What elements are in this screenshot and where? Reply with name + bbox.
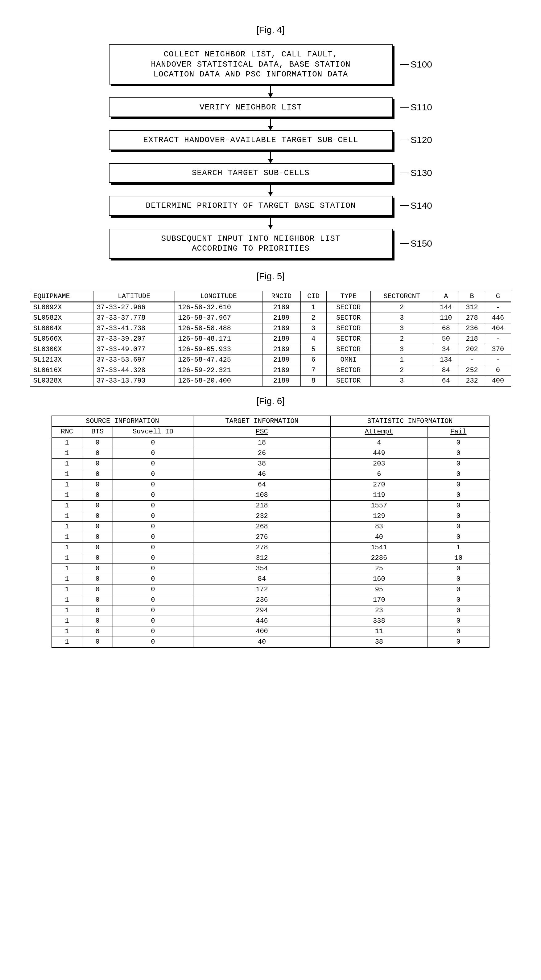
table-cell: 278 xyxy=(459,313,485,323)
table-cell: 0 xyxy=(82,595,113,605)
table-cell: 0 xyxy=(82,458,113,469)
table-cell: 3 xyxy=(371,344,433,355)
table-cell: 0 xyxy=(82,563,113,574)
flowchart-fig4: COLLECT NEIGHBOR LIST, CALL FAULT, HANDO… xyxy=(101,45,440,259)
table-cell: 0 xyxy=(82,479,113,490)
table-header: B xyxy=(459,291,485,302)
table-row: 100382030 xyxy=(52,458,490,469)
table-cell: 129 xyxy=(330,511,428,521)
table-cell: 64 xyxy=(433,375,459,386)
table-cell: 0 xyxy=(428,626,490,636)
table-row: 1004660 xyxy=(52,469,490,479)
table-cell: 26 xyxy=(193,448,330,458)
table-row: 100294230 xyxy=(52,605,490,616)
table-cell: 0 xyxy=(428,584,490,595)
flow-arrow-icon xyxy=(270,117,271,130)
table-cell: 0 xyxy=(82,542,113,553)
table-cell: 4 xyxy=(300,334,326,344)
table-cell: 0 xyxy=(428,616,490,626)
table-header: LONGITUDE xyxy=(175,291,262,302)
table-cell: 144 xyxy=(433,302,459,313)
table-cell: 0 xyxy=(113,437,193,448)
table-cell: 126-58-20.400 xyxy=(175,375,262,386)
table-cell: 338 xyxy=(330,616,428,626)
flow-arrow-icon xyxy=(270,216,271,229)
table-cell: 0 xyxy=(113,521,193,532)
table-header: TYPE xyxy=(326,291,370,302)
table-cell: 400 xyxy=(485,375,511,386)
table-cell: 110 xyxy=(433,313,459,323)
table-cell: - xyxy=(485,302,511,313)
table-cell: 449 xyxy=(330,448,428,458)
table-cell: SL0616X xyxy=(30,365,93,375)
table-cell: 0 xyxy=(428,437,490,448)
table-row: 100172950 xyxy=(52,584,490,595)
table-cell: 37-33-37.778 xyxy=(93,313,175,323)
table-cell: 0 xyxy=(428,595,490,605)
table-cell: 3 xyxy=(371,375,433,386)
table-cell: 126-59-05.933 xyxy=(175,344,262,355)
table-row: 100264490 xyxy=(52,448,490,458)
table-header: LATITUDE xyxy=(93,291,175,302)
table-cell: 84 xyxy=(193,574,330,584)
table-header: CID xyxy=(300,291,326,302)
table-cell: 37-33-13.793 xyxy=(93,375,175,386)
table-cell: 126-58-32.610 xyxy=(175,302,262,313)
table-cell: 1 xyxy=(52,437,82,448)
table-header: Suvcell ID xyxy=(113,426,193,437)
table-row: 1004463380 xyxy=(52,616,490,626)
table-header: EQUIPNAME xyxy=(30,291,93,302)
flow-arrow-icon xyxy=(270,84,271,97)
table-header: G xyxy=(485,291,511,302)
table-row: SL0300X37-33-49.077126-59-05.93321895SEC… xyxy=(30,344,511,355)
table-cell: 0 xyxy=(428,521,490,532)
table-cell: 0 xyxy=(82,437,113,448)
table-row: 1001840 xyxy=(52,437,490,448)
table-cell: SL0004X xyxy=(30,323,93,334)
table-cell: 1 xyxy=(52,521,82,532)
table-cell: 8 xyxy=(300,375,326,386)
table-cell: 2 xyxy=(371,302,433,313)
table-cell: - xyxy=(485,355,511,365)
table-group-header: SOURCE INFORMATION xyxy=(52,416,193,426)
table-cell: 1 xyxy=(52,511,82,521)
table-cell: 160 xyxy=(330,574,428,584)
table-cell: OMNI xyxy=(326,355,370,365)
table-cell: 0 xyxy=(113,636,193,648)
table-cell: 0 xyxy=(428,511,490,521)
table-row: 10040380 xyxy=(52,636,490,648)
table-cell: SECTOR xyxy=(326,334,370,344)
table-cell: 0 xyxy=(113,448,193,458)
table-cell: 1 xyxy=(52,563,82,574)
flow-arrow-icon xyxy=(270,183,271,196)
table-cell: 2189 xyxy=(262,334,300,344)
table-cell: 0 xyxy=(113,595,193,605)
table-cell: 270 xyxy=(330,479,428,490)
table-group-header: STATISTIC INFORMATION xyxy=(330,416,490,426)
table-cell: 0 xyxy=(113,563,193,574)
table-cell: 404 xyxy=(485,323,511,334)
table-row: SL1213X37-33-53.697126-58-47.42521896OMN… xyxy=(30,355,511,365)
table-cell: 202 xyxy=(459,344,485,355)
table-cell: 218 xyxy=(193,500,330,511)
table-cell: 1 xyxy=(52,553,82,563)
table-cell: SECTOR xyxy=(326,313,370,323)
figure-5-label: [Fig. 5] xyxy=(25,271,516,282)
table-cell: 370 xyxy=(485,344,511,355)
table-cell: 0 xyxy=(82,511,113,521)
table-cell: SECTOR xyxy=(326,344,370,355)
table-cell: 37-33-49.077 xyxy=(93,344,175,355)
table-row: SL0616X37-33-44.328126-59-22.32121897SEC… xyxy=(30,365,511,375)
table-row: 10027815411 xyxy=(52,542,490,553)
flow-step-box: SUBSEQUENT INPUT INTO NEIGHBOR LIST ACCO… xyxy=(109,229,393,259)
table-cell: 0 xyxy=(82,469,113,479)
table-row: 100642700 xyxy=(52,479,490,490)
table-row: 100312228610 xyxy=(52,553,490,563)
table-row: 1002361700 xyxy=(52,595,490,605)
table-cell: 1 xyxy=(371,355,433,365)
table-cell: 170 xyxy=(330,595,428,605)
table-cell: SL0300X xyxy=(30,344,93,355)
table-cell: 232 xyxy=(193,511,330,521)
flow-step-id: S130 xyxy=(400,168,432,178)
table-cell: 23 xyxy=(330,605,428,616)
